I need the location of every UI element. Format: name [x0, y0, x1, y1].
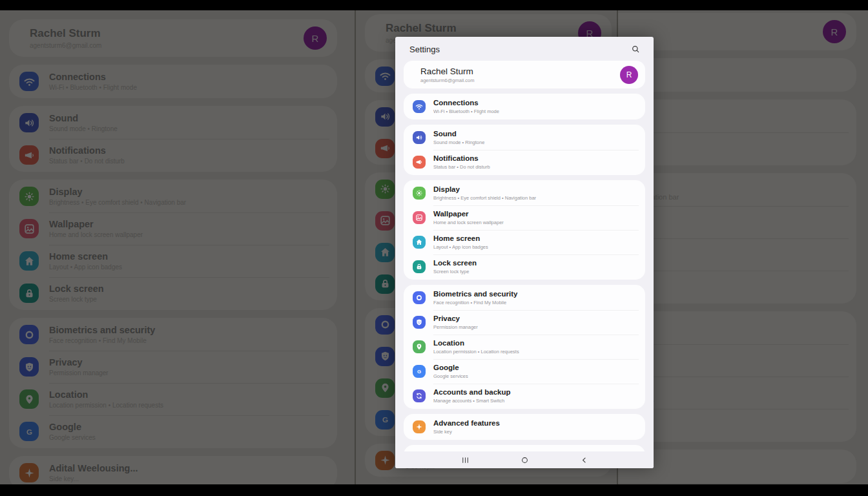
settings-item-location[interactable]: Location Location permission • Location … [618, 377, 856, 409]
advanced-icon [19, 463, 39, 482]
svg-text:G: G [26, 427, 32, 436]
settings-item-lock-screen[interactable]: Lock screen Screen lock type [618, 271, 856, 303]
profile-email: agentsturm6@gmail.com [420, 78, 474, 83]
settings-card: Biometrics and security Face recognition… [404, 285, 645, 409]
avatar: R [304, 26, 327, 50]
advanced-icon [413, 420, 426, 433]
profile-card[interactable]: Rachel Sturm agentsturm6@gmail.com R [618, 13, 856, 50]
home-icon [413, 236, 426, 249]
wallpaper-icon [375, 211, 395, 231]
notifications-icon [19, 145, 39, 165]
wallpaper-icon [19, 219, 39, 238]
settings-item-notifications[interactable]: Notifications Status bar • Do not distur… [404, 150, 645, 174]
wifi-icon [413, 100, 426, 113]
settings-item-sound[interactable]: Sound Sound mode • Ringtone [404, 125, 645, 150]
notifications-icon [375, 139, 395, 158]
home-icon [375, 243, 395, 262]
biometrics-icon [413, 291, 426, 304]
profile-email: agentsturm6@gmail.com [30, 42, 101, 49]
settings-item-connections[interactable]: Connections Wi-Fi • Bluetooth • Flight m… [9, 65, 337, 98]
settings-item-notifications[interactable]: Notifications Status bar • Do not distur… [9, 139, 337, 171]
settings-item-biometrics[interactable]: Biometrics and security Face recognition… [618, 312, 856, 344]
privacy-icon [19, 357, 39, 377]
search-icon[interactable] [630, 44, 641, 54]
profile-card[interactable]: Rachel Sturm agentsturm6@gmail.com R [9, 19, 337, 57]
settings-card: Adital Weelousing... Side key... [9, 456, 337, 484]
profile-card[interactable]: Rachel Sturm agentsturm6@gmail.com R [404, 61, 645, 88]
lock-icon [19, 284, 39, 303]
profile-name: Rachel Sturm [386, 22, 457, 35]
settings-card: Display Brightness • Eye comfort shield … [9, 180, 337, 310]
settings-item-home-screen[interactable]: Home screen Layout • App icon badges [618, 238, 856, 271]
svg-text:G: G [417, 369, 421, 375]
settings-item-privacy[interactable]: Privacy Permission manager [618, 344, 856, 377]
home-icon[interactable] [519, 454, 530, 466]
lock-icon [413, 260, 426, 273]
location-icon [413, 340, 426, 353]
settings-item-notifications[interactable]: Notifications Status bar • Do not distur… [618, 132, 856, 165]
svg-text:G: G [382, 415, 388, 424]
settings-item-home-screen[interactable]: Home screen Layout • App icon badges [404, 230, 645, 254]
google-icon: G [375, 410, 395, 429]
settings-item-home-screen[interactable]: Home screen Layout • App icon badges [9, 245, 337, 277]
settings-card: Sound Sound mode • Ringtone Notification… [9, 106, 337, 172]
advanced-icon [375, 451, 395, 470]
settings-item-wallpaper[interactable]: Wallpaper Home and lock screen wallpaper [618, 206, 856, 238]
display-icon [375, 180, 395, 199]
settings-item-location[interactable]: Location Location permission • Location … [404, 335, 645, 359]
profile-name: Rachel Sturm [30, 27, 101, 40]
settings-item-biometrics[interactable]: Biometrics and security Face recognition… [404, 285, 645, 310]
panel-divider [355, 10, 356, 484]
settings-item-wallpaper[interactable]: Wallpaper Home and lock screen wallpaper [404, 205, 645, 230]
settings-card: Sound Sound mode • Ringtone Notification… [618, 99, 856, 165]
settings-item-connections[interactable]: Connections Wi-Fi • Bluetooth • Flight m… [404, 94, 645, 119]
biometrics-icon [19, 325, 39, 344]
settings-item-morphing-item[interactable]: Adital Weelousing... Side key... [9, 457, 337, 484]
settings-item-accounts[interactable]: Accounts and backup Manage accounts • Sm… [404, 384, 645, 408]
settings-item-morphing-item[interactable]: Adital Weelousing... Side key... [618, 450, 856, 482]
wifi-icon [19, 72, 39, 91]
settings-item-advanced-features[interactable]: Advanced features Side key [404, 415, 645, 439]
settings-item-biometrics[interactable]: Biometrics and security Face recognition… [9, 318, 337, 351]
settings-card: Display Brightness • Eye comfort shield … [618, 173, 856, 304]
settings-window: Settings Rachel Sturm agentsturm6@gmail.… [395, 37, 654, 468]
page-title: Settings [409, 45, 440, 54]
settings-item-display[interactable]: Display Brightness • Eye comfort shield … [404, 181, 645, 205]
settings-item-lock-screen[interactable]: Lock screen Screen lock type [404, 254, 645, 279]
settings-panel-right: Rachel Sturm agentsturm6@gmail.com R Con… [618, 10, 868, 484]
settings-item-sound[interactable]: Sound Sound mode • Ringtone [9, 107, 337, 139]
sound-icon [19, 113, 39, 132]
recents-icon[interactable] [459, 454, 471, 466]
profile-name: Rachel Sturm [420, 67, 474, 76]
settings-card: Biometrics and security Face recognition… [618, 311, 856, 442]
privacy-icon [375, 347, 395, 366]
settings-item-sound[interactable]: Sound Sound mode • Ringtone [618, 100, 856, 132]
settings-item-wallpaper[interactable]: Wallpaper Home and lock screen wallpaper [9, 212, 337, 245]
settings-card: Biometrics and security Face recognition… [9, 318, 337, 448]
settings-item-connections[interactable]: Connections Wi-Fi • Bluetooth • Flight m… [618, 59, 856, 91]
settings-item-google[interactable]: G Google Google services [618, 409, 856, 441]
settings-item-display[interactable]: Display Brightness • Eye comfort shield … [9, 180, 337, 212]
settings-item-lock-screen[interactable]: Lock screen Screen lock type [9, 277, 337, 309]
settings-item-google[interactable]: G Google Google services [404, 359, 645, 384]
settings-item-location[interactable]: Location Location permission • Location … [9, 383, 337, 415]
display-icon [19, 187, 39, 206]
avatar: R [823, 20, 846, 43]
settings-card: Advanced features Side key [404, 414, 645, 440]
settings-item-google[interactable]: G Google Google services [9, 415, 337, 448]
navigation-bar [395, 451, 654, 468]
sound-icon [413, 131, 426, 144]
settings-item-display[interactable]: Display Brightness • Eye comfort shield … [618, 174, 856, 206]
back-icon[interactable] [578, 454, 590, 466]
settings-panel-left: Rachel Sturm agentsturm6@gmail.com R Con… [0, 10, 355, 484]
notifications-icon [413, 156, 426, 169]
settings-item-privacy[interactable]: Privacy Permission manager [9, 351, 337, 383]
settings-item-privacy[interactable]: Privacy Permission manager [404, 310, 645, 335]
biometrics-icon [375, 315, 395, 335]
settings-card: Connections Wi-Fi • Bluetooth • Flight m… [404, 94, 645, 119]
privacy-icon [413, 316, 426, 329]
google-icon: G [19, 422, 39, 441]
sound-icon [375, 107, 395, 127]
avatar: R [620, 66, 638, 84]
wallpaper-icon [413, 211, 426, 224]
